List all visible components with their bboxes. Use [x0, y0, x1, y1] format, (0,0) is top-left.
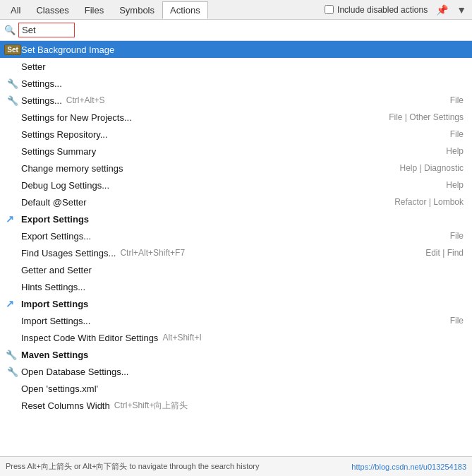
- item-label: Debug Log Settings...: [21, 180, 446, 191]
- item-shortcut: Ctrl+Alt+S: [66, 95, 105, 105]
- list-item-set-background-image[interactable]: SetSet Background Image: [0, 41, 472, 58]
- item-name: Settings for New Projects...: [21, 112, 132, 123]
- section-header-import-settings-header: ↗Import Settings: [0, 295, 472, 312]
- list-item-settings-1[interactable]: 🔧Settings...: [0, 75, 472, 92]
- search-icon: 🔍: [4, 25, 16, 35]
- item-label: Getter and Setter: [21, 265, 466, 275]
- action-list: SetSet Background ImageSetter🔧Settings..…: [0, 41, 472, 453]
- list-item-reset-columns[interactable]: Reset Columns Width Ctrl+Shift+向上箭头: [0, 397, 472, 414]
- tab-symbols[interactable]: Symbols: [111, 1, 162, 18]
- item-label: Set Background Image: [21, 44, 466, 55]
- list-item-settings-summary[interactable]: Settings SummaryHelp: [0, 143, 472, 160]
- item-name: Find Usages Settings...: [21, 248, 116, 258]
- tab-classes[interactable]: Classes: [28, 1, 76, 18]
- item-label: Default @Setter: [21, 197, 394, 208]
- item-tag: Help: [446, 180, 466, 190]
- toolbar-icons: 📌 ▼: [433, 3, 469, 17]
- item-name: Import Settings...: [21, 316, 90, 326]
- item-label: Change memory settings: [21, 163, 400, 174]
- list-item-debug-log[interactable]: Debug Log Settings...Help: [0, 177, 472, 194]
- include-disabled-checkbox[interactable]: [325, 5, 334, 14]
- status-bar: Press Alt+向上箭头 or Alt+向下箭头 to navigate t…: [0, 456, 472, 476]
- item-shortcut: Alt+Shift+I: [162, 333, 201, 343]
- list-item-change-memory[interactable]: Change memory settingsHelp | Diagnostic: [0, 160, 472, 177]
- item-name: Inspect Code With Editor Settings: [21, 333, 158, 343]
- tab-bar: All Classes Files Symbols Actions Includ…: [0, 0, 472, 20]
- item-label: Settings Repository...: [21, 129, 450, 140]
- wrench-icon: 🔧: [6, 95, 20, 106]
- import-icon: ↗: [6, 298, 18, 309]
- wrench-icon: 🔧: [6, 350, 18, 360]
- item-name: Open 'settings.xml': [21, 383, 98, 394]
- item-label: Import Settings...: [21, 316, 450, 326]
- item-tag: Help: [446, 146, 466, 156]
- item-tag: File: [450, 231, 466, 241]
- wrench-icon: 🔧: [6, 367, 20, 377]
- item-shortcut: Ctrl+Shift+向上箭头: [114, 400, 188, 412]
- pin-icon[interactable]: 📌: [433, 3, 451, 17]
- list-item-settings-repository[interactable]: Settings Repository...File: [0, 126, 472, 143]
- item-label: Setter: [21, 61, 466, 72]
- item-name: Setter: [21, 61, 46, 72]
- item-label: Settings... Ctrl+Alt+S: [21, 95, 450, 106]
- item-name: Hints Settings...: [21, 282, 85, 292]
- item-name: Change memory settings: [21, 163, 123, 174]
- item-label: Open Database Settings...: [21, 367, 466, 377]
- item-tag: File: [450, 316, 466, 326]
- include-disabled-text: Include disabled actions: [337, 5, 428, 15]
- item-label: Inspect Code With Editor Settings Alt+Sh…: [21, 333, 466, 343]
- include-disabled-label[interactable]: Include disabled actions: [325, 5, 428, 15]
- tab-all[interactable]: All: [3, 1, 28, 18]
- item-name: Reset Columns Width: [21, 400, 110, 411]
- status-link[interactable]: https://blog.csdn.net/u013254183: [351, 463, 466, 471]
- item-tag: File: [450, 129, 466, 139]
- item-name: Default @Setter: [21, 197, 87, 208]
- list-item-open-settings-xml[interactable]: Open 'settings.xml': [0, 380, 472, 397]
- tab-actions[interactable]: Actions: [162, 1, 208, 19]
- item-tag: Edit | Find: [425, 248, 466, 258]
- item-label: Open 'settings.xml': [21, 383, 466, 394]
- item-tag: Help | Diagnostic: [400, 163, 467, 173]
- section-header-label: Maven Settings: [21, 350, 88, 360]
- item-name: Set Background Image: [21, 44, 114, 55]
- list-item-open-database[interactable]: 🔧Open Database Settings...: [0, 363, 472, 380]
- item-name: Settings...: [21, 95, 62, 106]
- set-icon: Set: [6, 44, 20, 55]
- item-label: Export Settings...: [21, 231, 450, 242]
- item-name: Settings Repository...: [21, 129, 108, 140]
- section-header-export-settings-header: ↗Export Settings: [0, 210, 472, 227]
- list-item-setter[interactable]: Setter: [0, 58, 472, 75]
- item-tag: File: [450, 95, 466, 105]
- list-item-find-usages[interactable]: Find Usages Settings... Ctrl+Alt+Shift+F…: [0, 244, 472, 261]
- item-label: Settings Summary: [21, 146, 446, 157]
- item-name: Export Settings...: [21, 231, 91, 242]
- section-header-label: Export Settings: [21, 214, 89, 225]
- item-label: Settings for New Projects...: [21, 112, 389, 123]
- wrench-icon: 🔧: [6, 78, 20, 89]
- list-item-import-settings-item[interactable]: Import Settings...File: [0, 312, 472, 329]
- section-header-maven-settings-header: 🔧Maven Settings: [0, 346, 472, 363]
- item-name: Getter and Setter: [21, 265, 92, 275]
- section-header-label: Import Settings: [21, 299, 88, 309]
- filter-icon[interactable]: ▼: [454, 3, 469, 17]
- tab-files[interactable]: Files: [77, 1, 111, 18]
- item-label: Settings...: [21, 78, 466, 89]
- item-name: Debug Log Settings...: [21, 180, 109, 191]
- list-item-hints-settings[interactable]: Hints Settings...: [0, 278, 472, 295]
- list-item-export-settings-item[interactable]: Export Settings...File: [0, 227, 472, 244]
- search-input[interactable]: [18, 23, 75, 37]
- list-item-getter-setter[interactable]: Getter and Setter: [0, 261, 472, 278]
- item-label: Reset Columns Width Ctrl+Shift+向上箭头: [21, 400, 466, 412]
- item-name: Settings...: [21, 78, 62, 89]
- item-label: Find Usages Settings... Ctrl+Alt+Shift+F…: [21, 248, 425, 258]
- import-icon: ↗: [6, 213, 18, 225]
- list-item-default-setter[interactable]: Default @SetterRefactor | Lombok: [0, 194, 472, 210]
- item-tag: File | Other Settings: [389, 112, 466, 122]
- list-item-settings-new-projects[interactable]: Settings for New Projects...File | Other…: [0, 109, 472, 126]
- item-tag: Refactor | Lombok: [394, 197, 466, 207]
- search-bar: 🔍: [0, 20, 472, 41]
- status-hint: Press Alt+向上箭头 or Alt+向下箭头 to navigate t…: [6, 461, 260, 472]
- list-item-inspect-code[interactable]: Inspect Code With Editor Settings Alt+Sh…: [0, 329, 472, 346]
- item-label: Hints Settings...: [21, 282, 466, 292]
- list-item-settings-2[interactable]: 🔧Settings... Ctrl+Alt+SFile: [0, 92, 472, 109]
